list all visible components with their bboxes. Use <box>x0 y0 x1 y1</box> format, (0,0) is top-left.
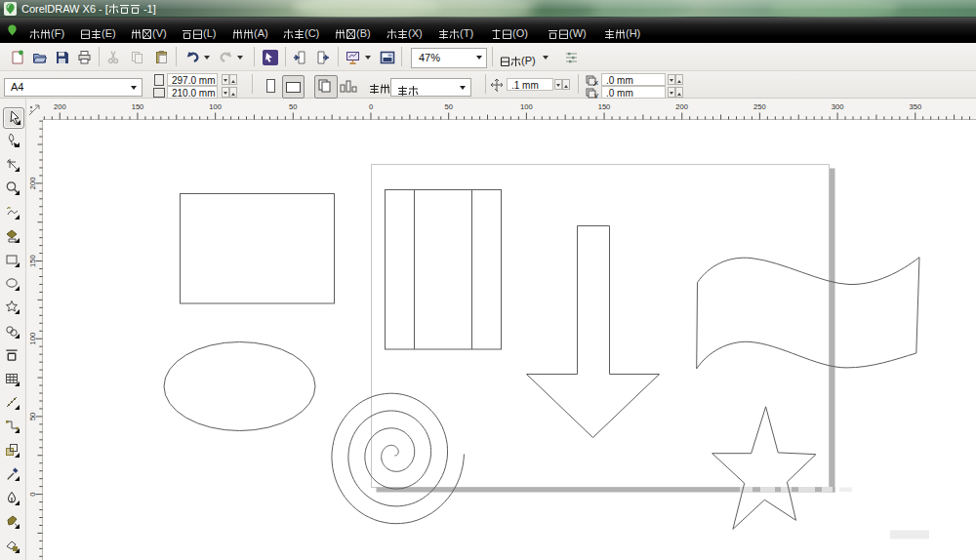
svg-text:350: 350 <box>909 102 921 111</box>
svg-text:200: 200 <box>54 102 66 111</box>
svg-text:100: 100 <box>209 102 222 111</box>
svg-text:250: 250 <box>753 102 766 111</box>
svg-text:150: 150 <box>598 102 611 111</box>
svg-text:0: 0 <box>369 102 373 111</box>
svg-text:50: 50 <box>289 102 297 111</box>
svg-text:200: 200 <box>28 178 37 190</box>
svg-text:150: 150 <box>132 102 144 111</box>
svg-text:100: 100 <box>28 333 37 345</box>
svg-text:0: 0 <box>28 492 37 496</box>
svg-text:50: 50 <box>444 102 452 111</box>
svg-text:100: 100 <box>520 102 533 111</box>
svg-text:200: 200 <box>675 102 688 111</box>
svg-text:300: 300 <box>832 102 844 111</box>
svg-text:50: 50 <box>28 413 37 420</box>
svg-text:150: 150 <box>28 255 37 267</box>
